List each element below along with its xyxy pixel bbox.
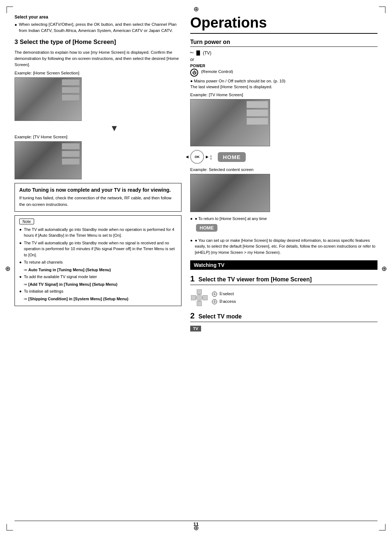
auto-tuning-body: If tuning has failed, check the connecti… bbox=[19, 195, 177, 208]
return-home-item: ● ● To return to [Home Screen] at any ti… bbox=[190, 216, 377, 222]
page-content: Select your area ● When selecting [CATV/… bbox=[15, 15, 377, 515]
step1-heading: 1 Select the TV viewer from [Home Screen… bbox=[190, 274, 377, 285]
note-text-1: The TV will automatically go into Standb… bbox=[24, 227, 177, 239]
corner-mark-bl bbox=[7, 524, 13, 530]
thumb-2-1 bbox=[62, 143, 80, 150]
screenshot-thumbnails-2 bbox=[62, 143, 80, 165]
note-text-5: To initialise all settings bbox=[24, 288, 64, 294]
tv-mode-badge: TV bbox=[190, 326, 201, 331]
tv-label: (TV) bbox=[203, 50, 211, 56]
step1-heading-text: Select the TV viewer from [Home Screen] bbox=[199, 276, 312, 282]
arrow-sym-3: ⇒ bbox=[24, 296, 27, 302]
thumb-2-2 bbox=[62, 151, 80, 157]
select-area-bullet: ● When selecting [CATV/Other], press the… bbox=[15, 21, 181, 34]
ok-circle-button[interactable]: OK bbox=[190, 150, 204, 164]
arrow-item-2: ⇒ [Add TV Signal] in [Tuning Menu] (Setu… bbox=[24, 281, 177, 288]
auto-tuning-heading: Auto Tuning is now complete and your TV … bbox=[19, 187, 177, 193]
home-desc-text: ● You can set up or make [Home Screen] t… bbox=[195, 237, 377, 256]
arrow-sym-1: ⇒ bbox=[24, 267, 27, 273]
thumb-2 bbox=[62, 87, 80, 93]
note-bullet-3: ● bbox=[19, 259, 22, 265]
return-bullet: ● bbox=[190, 216, 193, 222]
arrow-text-3: [Shipping Condition] in [System Menu] (S… bbox=[28, 296, 128, 302]
note-text-4: To add the available TV signal mode late… bbox=[24, 274, 97, 280]
last-viewed-text: The last viewed [Home Screen] is display… bbox=[190, 85, 377, 89]
note-item-2: ● The TV will automatically go into Stan… bbox=[19, 240, 177, 258]
arrow-down-icon: ▼ bbox=[47, 123, 181, 133]
screenshot-thumbnails bbox=[62, 79, 80, 101]
arrow-item-3: ⇒ [Shipping Condition] in [System Menu] … bbox=[24, 296, 177, 302]
step2-heading-text: Select TV mode bbox=[199, 313, 242, 320]
screenshot-tv-home bbox=[15, 141, 82, 179]
operations-title: Operations bbox=[190, 15, 377, 34]
screenshot-selected-content bbox=[190, 174, 270, 212]
power-rect-icon bbox=[196, 50, 200, 56]
step3-example1-label: Example: [Home Screen Selection] bbox=[15, 71, 181, 75]
power-icon-row: ᵒⁿ (TV) bbox=[190, 50, 377, 56]
note-bullet-5: ● bbox=[19, 288, 22, 294]
note-label: Note bbox=[19, 219, 34, 224]
power-button-row: ⏻ (Remote Control) bbox=[190, 69, 377, 77]
up-down-arrows-icon: ↕ bbox=[209, 153, 213, 161]
dpad-down bbox=[197, 301, 202, 306]
example-tv-label: Example: [TV Home Screen] bbox=[190, 93, 377, 97]
right-thumb-2 bbox=[246, 109, 268, 117]
bottom-divider bbox=[15, 521, 377, 521]
compass-right-icon: ⊕ bbox=[381, 265, 387, 273]
note-item-3: ● To retune all channels bbox=[19, 259, 177, 265]
step2-section: 2 Select TV mode TV bbox=[190, 311, 377, 331]
corner-mark-tl bbox=[7, 7, 13, 13]
select-area-text: ● When selecting [CATV/Other], press the… bbox=[15, 21, 181, 34]
dpad-up bbox=[197, 289, 202, 294]
right-thumb-1 bbox=[246, 101, 268, 108]
step2-number: 2 bbox=[190, 311, 195, 321]
access-label-row: ② ②access bbox=[212, 298, 236, 305]
circle-2-icon: ② bbox=[212, 299, 217, 304]
dpad-left bbox=[191, 295, 196, 300]
note-bullet-4: ● bbox=[19, 274, 22, 280]
note-item-4: ● To add the available TV signal mode la… bbox=[19, 274, 177, 280]
power-on-icon: ᵒⁿ bbox=[190, 51, 193, 56]
screenshot-bg-2 bbox=[191, 174, 270, 212]
select-area-section: Select your area ● When selecting [CATV/… bbox=[15, 15, 181, 34]
step3-heading: 3 Select the type of [Home Screen] bbox=[15, 38, 181, 46]
page-number: 11 bbox=[193, 521, 199, 527]
watching-tv-section: Watching TV 1 Select the TV viewer from … bbox=[190, 260, 377, 331]
step1-number: 1 bbox=[190, 274, 195, 284]
compass-left-icon: ⊕ bbox=[5, 265, 11, 273]
select-label-row: ① ①select bbox=[212, 290, 236, 298]
home-badge-small[interactable]: HOME bbox=[196, 224, 217, 232]
select-label: ①select bbox=[219, 292, 234, 296]
dpad-icon bbox=[190, 289, 208, 307]
home-desc-bullet: ● bbox=[190, 237, 193, 256]
power-circle-icon: ⏻ bbox=[190, 69, 198, 77]
select-area-title: Select your area bbox=[15, 15, 181, 20]
dpad-right bbox=[203, 295, 208, 300]
step3-example2-label: Example: [TV Home Screen] bbox=[15, 135, 181, 139]
home-button-row: OK ↕ HOME bbox=[190, 150, 377, 164]
step3-section: 3 Select the type of [Home Screen] The d… bbox=[15, 38, 181, 180]
example-selected-label: Example: Selected content screen bbox=[190, 167, 377, 172]
note-bullet-2: ● bbox=[19, 240, 22, 258]
right-thumb-3 bbox=[246, 118, 268, 125]
watching-tv-bar: Watching TV bbox=[190, 260, 377, 270]
remote-label: (Remote Control) bbox=[201, 69, 233, 74]
access-label: ②access bbox=[219, 299, 236, 304]
arrow-item-1: ⇒ Auto Tuning in [Tuning Menu] (Setup Me… bbox=[24, 267, 177, 273]
turn-power-heading: Turn power on bbox=[190, 39, 377, 47]
corner-mark-tr bbox=[379, 7, 385, 13]
thumb-2-3 bbox=[62, 158, 80, 165]
note-item-5: ● To initialise all settings bbox=[19, 288, 177, 294]
step3-body: The demonstration to explain how to use … bbox=[15, 49, 181, 68]
thumb-1 bbox=[62, 79, 80, 86]
select-access-row: ① ①select ② ②access bbox=[190, 289, 377, 307]
auto-tuning-box: Auto Tuning is now complete and your TV … bbox=[15, 183, 181, 212]
corner-mark-br bbox=[379, 524, 385, 530]
arrow-text-1: Auto Tuning in [Tuning Menu] (Setup Menu… bbox=[28, 267, 111, 273]
tv-badge-row: TV bbox=[190, 326, 377, 331]
note-text-2: The TV will automatically go into Standb… bbox=[24, 240, 177, 258]
thumb-3 bbox=[62, 94, 80, 101]
or-label: or bbox=[190, 57, 377, 62]
home-badge-button[interactable]: HOME bbox=[218, 152, 246, 162]
arrow-text-2: [Add TV Signal] in [Tuning Menu] (Setup … bbox=[28, 281, 117, 288]
